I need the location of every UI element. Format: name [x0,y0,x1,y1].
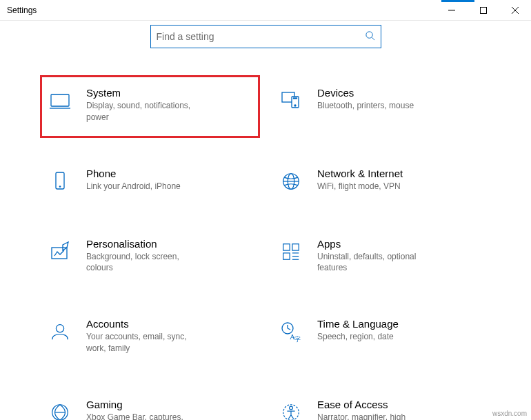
minimize-icon [448,7,455,14]
category-title: Devices [317,87,483,99]
svg-point-33 [290,406,293,410]
category-accounts[interactable]: Accounts Your accounts, email, sync, wor… [45,314,255,359]
category-gaming[interactable]: Gaming Xbox Game Bar, captures, Game Mod… [45,394,255,420]
minimize-button[interactable] [436,0,468,20]
svg-line-36 [288,415,291,419]
svg-line-37 [291,415,294,419]
settings-categories: System Display, sound, notifications, po… [45,83,486,420]
category-network[interactable]: Network & Internet WiFi, flight mode, VP… [276,163,486,198]
category-title: Gaming [86,399,252,410]
category-title: Personalisation [86,238,252,250]
svg-line-5 [372,37,374,40]
category-time-language[interactable]: A 字 Time & Language Speech, region, date [276,314,486,359]
svg-point-13 [59,186,61,188]
close-button[interactable] [499,0,531,20]
category-devices[interactable]: Devices Bluetooth, printers, mouse [276,83,486,128]
svg-rect-19 [292,243,299,250]
maximize-button[interactable] [468,0,499,20]
category-desc: Bluetooth, printers, mouse [317,100,431,112]
category-desc: WiFi, flight mode, VPN [317,181,431,192]
category-desc: Display, sound, notifications, power [86,100,200,123]
content: System Display, sound, notifications, po… [0,21,531,420]
globe-icon [279,169,303,194]
category-desc: Uninstall, defaults, optional features [317,251,431,274]
category-phone[interactable]: Phone Link your Android, iPhone [45,163,255,198]
category-title: Accounts [86,318,252,330]
titlebar: Settings [0,0,531,21]
svg-point-10 [294,105,296,106]
paint-icon [48,239,72,264]
phone-icon [48,169,72,194]
category-title: Ease of Access [317,399,483,410]
window-buttons [436,0,531,20]
time-language-icon: A 字 [279,319,303,344]
category-title: System [86,87,252,99]
close-icon [512,7,519,14]
category-title: Time & Language [317,318,483,330]
category-desc: Speech, region, date [317,331,431,343]
accounts-icon [48,319,72,344]
category-personalisation[interactable]: Personalisation Background, lock screen,… [45,234,255,279]
category-title: Phone [86,168,252,179]
maximize-icon [480,7,487,14]
display-icon [48,88,72,113]
apps-icon [279,239,303,264]
svg-rect-18 [283,243,290,250]
ease-of-access-icon [279,400,303,420]
svg-line-27 [288,328,290,330]
category-system[interactable]: System Display, sound, notifications, po… [40,75,260,138]
search-icon [365,30,375,43]
devices-icon [279,88,303,113]
svg-text:字: 字 [294,336,301,343]
svg-rect-1 [481,7,487,13]
category-desc: Link your Android, iPhone [86,181,200,192]
svg-rect-6 [51,94,69,106]
window-title: Settings [7,6,37,15]
category-title: Apps [317,238,483,250]
svg-rect-20 [283,252,290,259]
svg-rect-11 [294,98,297,99]
watermark: wsxdn.com [492,410,527,417]
gaming-icon [48,400,72,420]
category-desc: Narrator, magnifier, high contrast [317,412,431,420]
category-title: Network & Internet [317,168,483,179]
svg-point-24 [56,325,63,332]
category-ease-of-access[interactable]: Ease of Access Narrator, magnifier, high… [276,394,486,420]
category-desc: Xbox Game Bar, captures, Game Mode [86,412,200,420]
search-input[interactable] [157,31,361,42]
svg-point-4 [365,32,372,38]
accent-bar [441,0,474,2]
category-desc: Your accounts, email, sync, work, family [86,331,200,354]
category-apps[interactable]: Apps Uninstall, defaults, optional featu… [276,234,486,279]
search-box[interactable] [150,25,381,48]
category-desc: Background, lock screen, colours [86,251,200,274]
